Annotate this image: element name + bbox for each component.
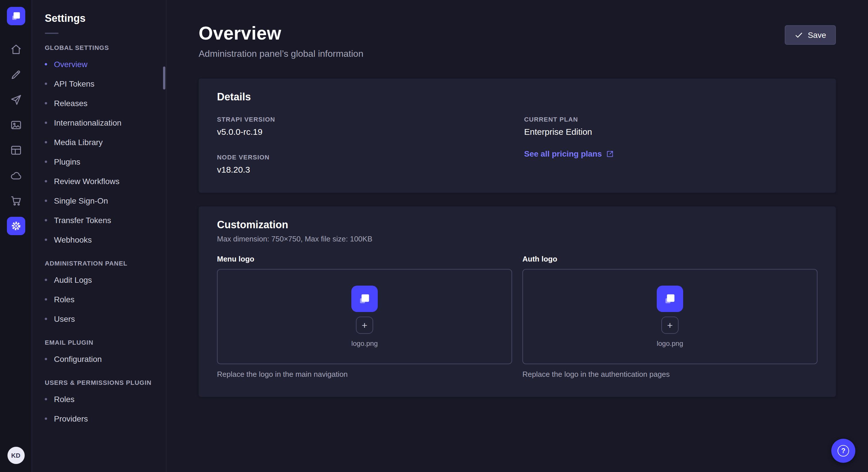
pricing-plans-link-label: See all pricing plans <box>524 149 602 158</box>
sidebar-item-label: Roles <box>54 295 74 304</box>
customization-card-subtitle: Max dimension: 750×750, Max file size: 1… <box>217 235 817 243</box>
sidebar-item-plugins[interactable]: Plugins <box>40 152 158 171</box>
home-icon <box>9 43 22 56</box>
menu-logo-dropzone[interactable]: + logo.png <box>217 269 512 364</box>
page-header: Overview Administration panel’s global i… <box>198 23 836 59</box>
bullet-dot <box>45 298 47 301</box>
save-button[interactable]: Save <box>785 25 836 45</box>
media-library-icon <box>9 119 22 131</box>
logo-tile <box>351 285 378 312</box>
sidebar-item-label: Internationalization <box>54 118 121 127</box>
sidebar-item-single-sign-on[interactable]: Single Sign-On <box>40 191 158 210</box>
check-icon <box>795 31 803 39</box>
plus-icon: + <box>362 320 367 330</box>
sidebar-item-label: API Tokens <box>54 79 94 88</box>
sidebar-item-label: Roles <box>54 395 74 404</box>
sidebar-item-label: Webhooks <box>54 235 92 244</box>
section-email-plugin: EMAIL PLUGIN <box>45 339 153 346</box>
sidebar-item-audit-logs[interactable]: Audit Logs <box>40 270 158 290</box>
bullet-dot <box>45 122 47 124</box>
sidebar-item-label: Review Workflows <box>54 177 119 186</box>
marketplace-cart-icon <box>9 194 22 207</box>
strapi-logo-icon <box>357 291 372 306</box>
nav-marketplace-button[interactable] <box>7 192 25 210</box>
sidebar-item-internationalization[interactable]: Internationalization <box>40 113 158 133</box>
nav-deploy-button[interactable] <box>7 91 25 109</box>
global-settings-list: Overview API Tokens Releases Internation… <box>40 55 158 249</box>
nav-media-library-button[interactable] <box>7 116 25 134</box>
sidebar-item-admin-roles[interactable]: Roles <box>40 290 158 309</box>
sidebar-item-label: Transfer Tokens <box>54 216 111 225</box>
field-value: v18.20.3 <box>217 165 510 174</box>
sidebar-item-overview[interactable]: Overview <box>40 55 158 74</box>
sidebar-item-label: Configuration <box>54 355 102 364</box>
details-card-title: Details <box>217 91 817 103</box>
app-root: KD Settings GLOBAL SETTINGS Overview API… <box>0 0 868 472</box>
bullet-dot <box>45 180 47 182</box>
nav-content-manager-button[interactable] <box>7 141 25 160</box>
strapi-home-logo-button[interactable] <box>7 7 25 25</box>
current-plan-field: CURRENT PLAN Enterprise Edition <box>524 116 817 136</box>
add-logo-button[interactable]: + <box>661 316 679 334</box>
question-mark-icon: ? <box>838 445 849 457</box>
menu-logo-upload: Menu logo + logo.png Replace the logo in… <box>217 255 512 378</box>
customization-card-title: Customization <box>217 219 817 231</box>
field-label: NODE VERSION <box>217 154 510 161</box>
auth-logo-label: Auth logo <box>522 255 817 263</box>
users-permissions-list: Roles Providers <box>40 390 158 429</box>
nav-home-button[interactable] <box>7 40 25 59</box>
sidebar-item-transfer-tokens[interactable]: Transfer Tokens <box>40 210 158 230</box>
save-button-label: Save <box>808 30 826 40</box>
page-subtitle: Administration panel’s global informatio… <box>198 49 363 59</box>
section-administration-panel: ADMINISTRATION PANEL <box>45 260 153 267</box>
settings-gear-icon <box>9 220 22 232</box>
sidebar-item-releases[interactable]: Releases <box>40 94 158 113</box>
sidebar-item-label: Media Library <box>54 138 103 147</box>
field-value: Enterprise Edition <box>524 127 817 136</box>
sidebar-item-label: Audit Logs <box>54 275 92 284</box>
logo-tile <box>657 285 683 312</box>
email-plugin-list: Configuration <box>40 349 158 369</box>
bullet-dot <box>45 161 47 163</box>
nav-cloud-button[interactable] <box>7 166 25 185</box>
sidebar-item-media-library[interactable]: Media Library <box>40 133 158 152</box>
bullet-dot <box>45 219 47 222</box>
sidebar-item-api-tokens[interactable]: API Tokens <box>40 74 158 94</box>
bullet-dot <box>45 200 47 202</box>
sidebar-item-review-workflows[interactable]: Review Workflows <box>40 171 158 191</box>
sidebar-item-up-providers[interactable]: Providers <box>40 409 158 429</box>
menu-logo-caption: Replace the logo in the main navigation <box>217 370 512 378</box>
auth-logo-dropzone[interactable]: + logo.png <box>522 269 817 364</box>
strapi-version-field: STRAPI VERSION v5.0.0-rc.19 <box>217 116 510 136</box>
bullet-dot <box>45 82 47 85</box>
bullet-dot <box>45 417 47 420</box>
help-button[interactable]: ? <box>831 439 856 463</box>
sidebar-scrollbar[interactable] <box>163 67 165 90</box>
sidebar-item-label: Plugins <box>54 157 81 166</box>
main-nav-rail: KD <box>0 0 32 472</box>
sidebar-item-webhooks[interactable]: Webhooks <box>40 230 158 249</box>
customization-card: Customization Max dimension: 750×750, Ma… <box>198 206 836 397</box>
add-logo-button[interactable]: + <box>356 316 373 334</box>
node-version-field: NODE VERSION v18.20.3 <box>217 154 510 174</box>
title-divider <box>45 33 59 34</box>
field-label: STRAPI VERSION <box>217 116 510 123</box>
cloud-icon <box>9 169 22 182</box>
sidebar-item-email-configuration[interactable]: Configuration <box>40 349 158 369</box>
logo-filename: logo.png <box>657 339 683 347</box>
strapi-logo-icon <box>662 291 677 306</box>
user-avatar[interactable]: KD <box>7 447 24 464</box>
sidebar-item-label: Overview <box>54 60 88 69</box>
administration-panel-list: Audit Logs Roles Users <box>40 270 158 329</box>
nav-content-type-builder-button[interactable] <box>7 65 25 84</box>
section-global-settings: GLOBAL SETTINGS <box>45 44 153 51</box>
sidebar-item-admin-users[interactable]: Users <box>40 309 158 329</box>
strapi-logo-icon <box>9 10 22 22</box>
nav-settings-button[interactable] <box>7 217 25 235</box>
paintbrush-icon <box>9 68 22 81</box>
sidebar-item-up-roles[interactable]: Roles <box>40 390 158 409</box>
plus-icon: + <box>667 320 673 330</box>
pricing-plans-link[interactable]: See all pricing plans <box>524 149 817 158</box>
main-content: Overview Administration panel’s global i… <box>166 0 868 472</box>
bullet-dot <box>45 63 47 65</box>
